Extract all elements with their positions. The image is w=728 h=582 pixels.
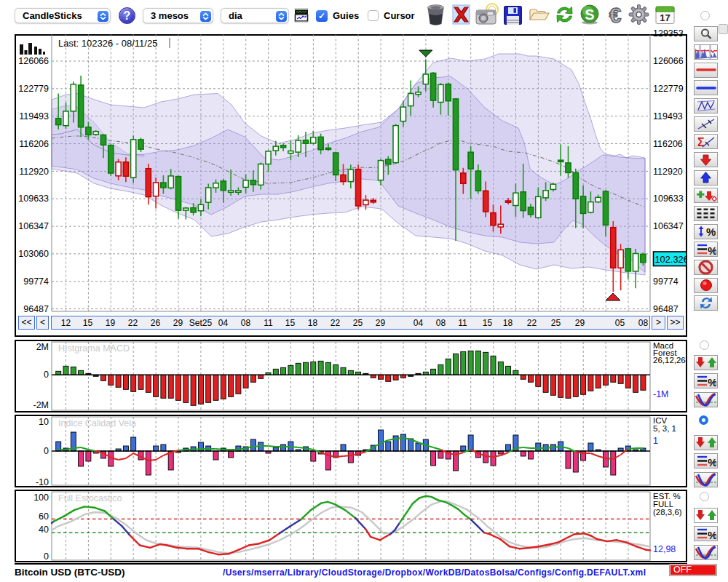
svg-text:%: % [708,375,716,388]
svg-text:122779: 122779 [18,84,49,94]
svg-text:%: % [708,244,716,256]
svg-text:126066: 126066 [653,56,684,66]
svg-text:Full Estocastico: Full Estocastico [58,493,122,503]
svg-text:(28,3,6): (28,3,6) [653,508,682,517]
svg-text:126066: 126066 [18,56,49,66]
svg-text:-10: -10 [36,477,49,487]
svg-text:S: S [585,7,594,23]
svg-text:12,98: 12,98 [653,544,676,554]
svg-text:-2M: -2M [33,400,49,410]
svg-text:Last: 102326 - 08/11/25: Last: 102326 - 08/11/25 [58,38,157,49]
svg-text:122779: 122779 [653,84,684,94]
svg-text:HIstgrama MACD: HIstgrama MACD [58,343,130,354]
svg-text:119493: 119493 [653,111,683,121]
svg-text:106347: 106347 [18,221,49,231]
svg-text:116206: 116206 [19,139,49,149]
svg-text:17: 17 [660,12,670,23]
svg-text:2M: 2M [36,342,49,352]
svg-text:112920: 112920 [653,167,683,177]
svg-text:0: 0 [44,370,49,380]
svg-text:%: % [708,455,716,468]
svg-text:0: 0 [44,446,49,456]
svg-text:€: € [609,4,622,25]
svg-text:1: 1 [653,436,658,446]
svg-text:112920: 112920 [19,167,49,177]
svg-text:99774: 99774 [653,276,678,287]
svg-text:96487: 96487 [653,304,678,314]
svg-text:119493: 119493 [19,111,49,121]
svg-text:109633: 109633 [653,194,684,204]
svg-text:Indice Calidad Vela: Indice Calidad Vela [58,418,136,428]
svg-text:100: 100 [33,493,49,503]
svg-text:5, 3, 1: 5, 3, 1 [653,424,676,433]
svg-text:103060: 103060 [18,249,49,259]
svg-text:60: 60 [39,511,49,522]
svg-text:%: % [706,226,716,238]
svg-text:%: % [708,528,716,541]
svg-text:0: 0 [44,551,49,562]
svg-text:10: 10 [39,417,49,427]
svg-text:116206: 116206 [653,139,683,149]
svg-text:40: 40 [39,525,49,535]
svg-text:109633: 109633 [18,194,49,204]
svg-text:102.326: 102.326 [655,254,688,265]
svg-text:-1M: -1M [653,389,669,399]
svg-text:99774: 99774 [23,276,49,287]
svg-text:106347: 106347 [653,221,684,231]
svg-text:96487: 96487 [23,304,49,314]
svg-text:26,12,26: 26,12,26 [653,356,686,364]
